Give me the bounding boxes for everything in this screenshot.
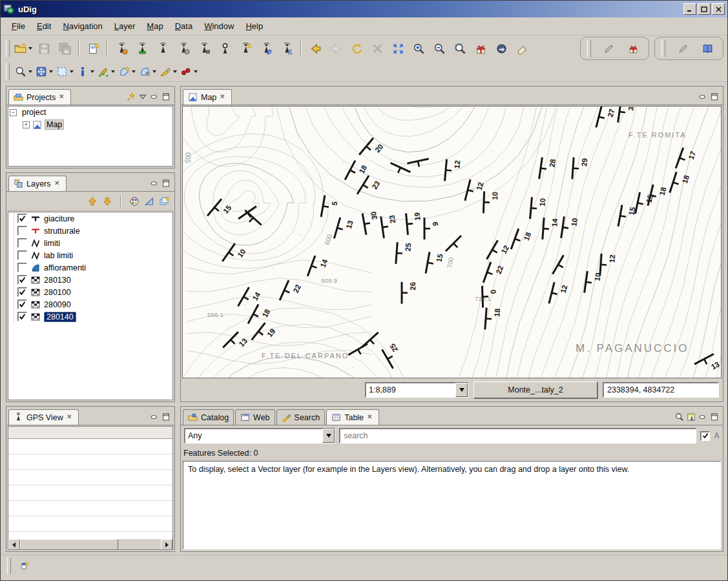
- edit-vertex-tool-button[interactable]: [96, 62, 116, 81]
- move-up-button[interactable]: [87, 196, 98, 207]
- scroll-right-icon[interactable]: [161, 539, 172, 550]
- new-feature-icon[interactable]: [19, 561, 29, 571]
- pan-tool-button[interactable]: [34, 62, 54, 81]
- table-promote-button[interactable]: [687, 413, 696, 422]
- style-triangle-button[interactable]: [144, 196, 154, 207]
- commit-button[interactable]: [491, 39, 512, 58]
- zoom-extent-button[interactable]: [388, 39, 408, 58]
- tab-gps-view[interactable]: GPS View: [8, 409, 79, 425]
- minimize-button[interactable]: [698, 92, 707, 101]
- dropdown-caret-icon[interactable]: [28, 47, 32, 50]
- view-menu-button[interactable]: [138, 92, 147, 101]
- layer-row-strutturale[interactable]: strutturale: [8, 225, 172, 237]
- minimize-button[interactable]: [150, 92, 159, 101]
- topographic-map[interactable]: 500600700566.1609.9720.1F.TE ROMITAM. PA…: [183, 107, 721, 378]
- minimize-button[interactable]: [698, 413, 707, 422]
- gps-start-button[interactable]: [132, 39, 152, 58]
- polygon-add-tool-button[interactable]: [116, 62, 137, 81]
- close-icon[interactable]: [367, 414, 374, 421]
- selection-box-tool-button[interactable]: [663, 413, 672, 422]
- gps-connect-button[interactable]: [111, 39, 132, 58]
- gps-refresh-button[interactable]: [256, 39, 276, 58]
- layer-row-280100[interactable]: 280100: [8, 286, 172, 298]
- toolbar-handle[interactable]: [6, 40, 10, 57]
- dropdown-caret-icon[interactable]: [173, 70, 177, 73]
- dropdown-caret-icon[interactable]: [70, 70, 74, 73]
- dropdown-caret-icon[interactable]: [194, 70, 198, 73]
- layer-checkbox[interactable]: [17, 263, 27, 272]
- tab-map[interactable]: Map: [183, 89, 232, 105]
- help-book-button[interactable]: [697, 39, 718, 58]
- polygon-delete-tool-button[interactable]: [137, 62, 158, 81]
- tree-item-map[interactable]: + Map: [8, 118, 172, 131]
- combo-arrow-icon[interactable]: [322, 429, 335, 443]
- layer-row-280130[interactable]: 280130: [8, 274, 172, 286]
- scrollbar-thumb[interactable]: [20, 539, 118, 550]
- pencil-button[interactable]: [672, 39, 693, 58]
- gps-waypoint-button[interactable]: [235, 39, 256, 58]
- menu-help[interactable]: Help: [240, 19, 269, 33]
- crs-button[interactable]: Monte_...taly_2: [473, 382, 598, 398]
- fill-tool-button[interactable]: [158, 62, 178, 81]
- maximize-button[interactable]: [161, 179, 171, 188]
- close-icon[interactable]: [54, 180, 61, 187]
- layer-checkbox[interactable]: [17, 238, 27, 248]
- menu-data[interactable]: Data: [169, 19, 198, 33]
- toolbar-handle[interactable]: [587, 40, 591, 57]
- menu-map[interactable]: Map: [141, 19, 169, 33]
- layer-row-affioramenti[interactable]: affioramenti: [8, 261, 172, 274]
- tab-search[interactable]: Search: [276, 409, 326, 425]
- layer-checkbox[interactable]: [17, 214, 27, 223]
- gift-button[interactable]: [623, 39, 643, 58]
- tab-web[interactable]: Web: [235, 409, 275, 425]
- dropdown-caret-icon[interactable]: [28, 70, 32, 73]
- gps-horizontal-scrollbar[interactable]: [8, 539, 172, 549]
- scroll-left-icon[interactable]: [8, 539, 20, 550]
- minimize-button[interactable]: [683, 3, 696, 15]
- layer-checkbox[interactable]: [17, 226, 27, 236]
- zoom-tool-button[interactable]: [13, 62, 34, 81]
- layer-row-280140[interactable]: 280140: [8, 311, 172, 323]
- select-box-tool-button[interactable]: [54, 62, 75, 81]
- map-canvas[interactable]: 500600700566.1609.9720.1F.TE ROMITAM. PA…: [182, 106, 722, 378]
- maximize-button[interactable]: [710, 413, 719, 422]
- case-sensitive-checkbox[interactable]: [700, 431, 710, 441]
- toolbar-handle[interactable]: [6, 63, 10, 80]
- close-icon[interactable]: [220, 94, 227, 101]
- menu-file[interactable]: File: [6, 19, 31, 33]
- dropdown-caret-icon[interactable]: [132, 70, 136, 73]
- dropdown-caret-icon[interactable]: [49, 70, 53, 73]
- export-image-button[interactable]: [83, 39, 103, 58]
- layer-row-limiti[interactable]: limiti: [8, 237, 172, 249]
- combo-arrow-icon[interactable]: [455, 383, 468, 397]
- move-down-button[interactable]: [102, 196, 112, 207]
- coordinates-field[interactable]: 2338394, 4834722: [603, 382, 719, 398]
- tab-table[interactable]: Table: [326, 409, 379, 425]
- close-button[interactable]: [712, 3, 725, 15]
- dropdown-caret-icon[interactable]: [90, 70, 94, 73]
- layer-checkbox[interactable]: [17, 275, 27, 285]
- maximize-button[interactable]: [161, 92, 171, 101]
- attribute-filter-combo[interactable]: Any: [184, 428, 335, 443]
- gps-record-button[interactable]: [214, 39, 235, 58]
- tab-projects[interactable]: Projects: [8, 89, 71, 105]
- menu-window[interactable]: Window: [198, 19, 240, 33]
- layer-checkbox[interactable]: [17, 250, 27, 260]
- refresh-button[interactable]: [346, 39, 367, 58]
- menu-navigation[interactable]: Navigation: [57, 19, 108, 33]
- back-button[interactable]: [305, 39, 326, 58]
- zoom-selection-button[interactable]: [450, 39, 470, 58]
- title-bar[interactable]: uDig: [1, 1, 727, 17]
- tab-catalog[interactable]: Catalog: [183, 409, 234, 425]
- close-icon[interactable]: [59, 94, 66, 101]
- toolbar-handle[interactable]: [661, 40, 665, 57]
- zoom-out-button[interactable]: [429, 39, 450, 58]
- minimize-button[interactable]: [150, 179, 159, 188]
- zoom-search-button[interactable]: [675, 413, 684, 422]
- maximize-button[interactable]: [698, 3, 711, 15]
- pin-button[interactable]: [127, 92, 136, 101]
- menu-edit[interactable]: Edit: [31, 19, 57, 33]
- layer-checkbox[interactable]: [17, 287, 27, 297]
- layer-checkbox[interactable]: [17, 312, 27, 321]
- gps-pause-button[interactable]: [194, 39, 214, 58]
